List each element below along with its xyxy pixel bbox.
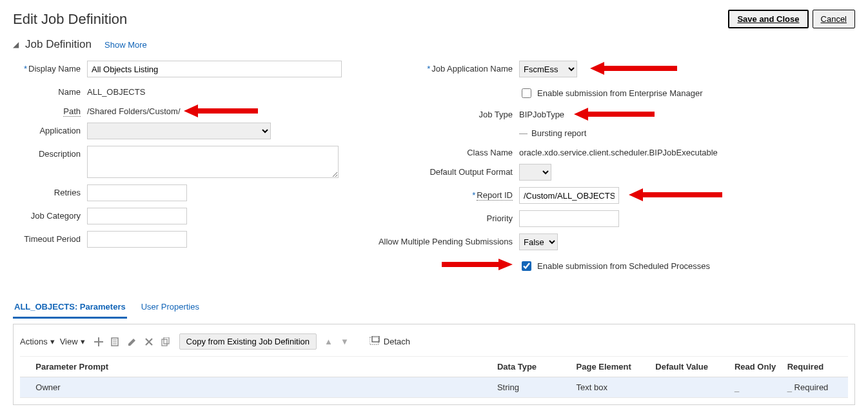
annotation-arrow xyxy=(184,102,261,120)
table-header-row: Parameter Prompt Data Type Page Element … xyxy=(20,357,848,377)
col-page-element[interactable]: Page Element xyxy=(571,357,651,377)
annotation-arrow xyxy=(574,105,658,123)
report-id-label: *Report ID xyxy=(374,187,519,200)
allow-multi-select[interactable]: False xyxy=(519,233,558,250)
application-select[interactable] xyxy=(87,123,271,139)
class-name-value: oracle.xdo.service.client.scheduler.BIPJ… xyxy=(519,144,718,157)
priority-label: Priority xyxy=(374,210,519,223)
edit-icon[interactable] xyxy=(126,336,138,348)
cell-required: _ Required xyxy=(782,377,848,398)
application-label: Application xyxy=(13,123,87,135)
copy-from-existing-button[interactable]: Copy from Existing Job Definition xyxy=(179,333,317,350)
cancel-button[interactable]: Cancel xyxy=(813,10,855,28)
job-type-value: BIPJobType xyxy=(519,106,564,119)
cell-page-elem: Text box xyxy=(571,377,651,398)
move-up-icon[interactable]: ▲ xyxy=(324,337,333,346)
show-more-link[interactable]: Show More xyxy=(104,40,147,50)
table-row[interactable]: Owner String Text box _ _ Required xyxy=(20,377,848,398)
display-name-input[interactable] xyxy=(87,61,342,77)
name-label: Name xyxy=(13,84,87,97)
bursting-label: Bursting report xyxy=(531,128,586,138)
col-default-value[interactable]: Default Value xyxy=(650,357,729,377)
section-title: Job Definition xyxy=(25,38,92,51)
default-output-label: Default Output Format xyxy=(374,164,519,177)
svg-marker-2 xyxy=(574,108,655,121)
page-title: Edit Job Definition xyxy=(13,11,127,28)
enable-em-checkbox[interactable] xyxy=(522,88,531,98)
svg-marker-3 xyxy=(629,188,722,201)
copy-icon[interactable] xyxy=(160,336,172,348)
cell-data-type: String xyxy=(492,377,571,398)
class-name-label: Class Name xyxy=(374,144,519,157)
allow-multi-label: Allow Multiple Pending Submissions xyxy=(374,233,519,246)
tab-parameters[interactable]: ALL_OBJECTS: Parameters xyxy=(13,299,127,319)
job-app-name-select[interactable]: FscmEss xyxy=(519,61,577,77)
detach-button[interactable]: Detach xyxy=(370,336,410,347)
col-required[interactable]: Required xyxy=(782,357,848,377)
parameters-table: Parameter Prompt Data Type Page Element … xyxy=(20,356,848,398)
job-category-label: Job Category xyxy=(13,208,87,221)
job-app-name-label: *Job Application Name xyxy=(374,61,519,74)
col-read-only[interactable]: Read Only xyxy=(729,357,782,377)
description-textarea[interactable] xyxy=(87,146,339,178)
svg-marker-0 xyxy=(184,104,258,117)
job-type-label: Job Type xyxy=(374,106,519,119)
detach-icon xyxy=(370,336,380,347)
enable-em-label: Enable submission from Enterprise Manage… xyxy=(537,88,703,98)
move-down-icon[interactable]: ▼ xyxy=(340,337,349,346)
col-parameter-prompt[interactable]: Parameter Prompt xyxy=(30,357,492,377)
description-label: Description xyxy=(13,146,87,159)
chevron-down-icon: ▾ xyxy=(50,337,55,346)
timeout-label: Timeout Period xyxy=(13,231,87,244)
priority-input[interactable] xyxy=(519,210,619,227)
svg-marker-4 xyxy=(442,259,513,270)
cell-prompt: Owner xyxy=(30,377,492,398)
enable-sched-checkbox[interactable] xyxy=(522,261,531,271)
annotation-arrow xyxy=(629,186,725,204)
report-id-input[interactable] xyxy=(519,187,619,204)
display-name-label: *Display Name xyxy=(13,61,87,74)
delete-icon[interactable] xyxy=(143,336,155,348)
retries-label: Retries xyxy=(13,184,87,197)
collapse-icon[interactable]: ◢ xyxy=(13,40,19,49)
default-output-select[interactable] xyxy=(519,164,551,181)
timeout-input[interactable] xyxy=(87,231,187,248)
path-value: /Shared Folders/Custom/ xyxy=(87,103,181,116)
svg-rect-12 xyxy=(372,336,379,342)
svg-rect-11 xyxy=(370,337,379,344)
bursting-dash: — xyxy=(519,128,528,138)
chevron-down-icon: ▾ xyxy=(81,337,85,346)
enable-sched-label: Enable submission from Scheduled Process… xyxy=(537,261,710,271)
name-value: ALL_OBJECTS xyxy=(87,84,145,97)
cell-read-only: _ xyxy=(729,377,782,398)
view-menu[interactable]: View ▾ xyxy=(60,337,85,346)
tab-user-properties[interactable]: User Properties xyxy=(140,299,201,319)
actions-menu[interactable]: Actions ▾ xyxy=(20,337,55,346)
svg-rect-10 xyxy=(164,337,169,344)
save-and-close-button[interactable]: Save and Close xyxy=(728,10,808,28)
svg-rect-9 xyxy=(162,339,167,346)
retries-input[interactable] xyxy=(87,184,187,201)
annotation-arrow xyxy=(590,59,680,77)
svg-marker-1 xyxy=(590,62,677,75)
path-label: Path xyxy=(13,103,87,116)
col-data-type[interactable]: Data Type xyxy=(492,357,571,377)
duplicate-icon[interactable] xyxy=(110,336,121,348)
cell-default-val xyxy=(650,377,729,398)
job-category-input[interactable] xyxy=(87,208,187,224)
add-icon[interactable] xyxy=(93,336,104,348)
